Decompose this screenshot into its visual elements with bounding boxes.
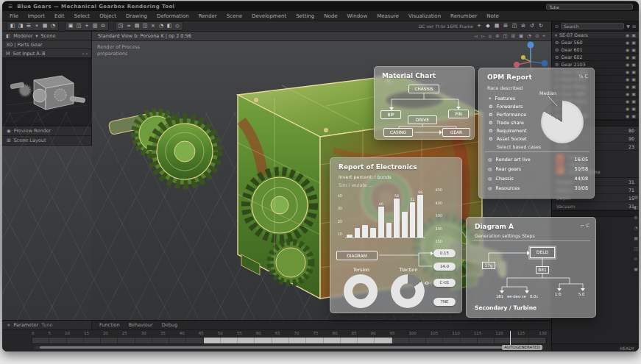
viewport-3d-left[interactable]	[2, 146, 92, 320]
tool-icon-0-5[interactable]: ◔	[50, 23, 56, 29]
eye-icon[interactable]: ◉	[626, 113, 629, 118]
material-chart-panel[interactable]: Material Chart CHASSIS BIP PIN DRIVE CAS…	[374, 66, 475, 140]
outliner-search-input[interactable]: Search	[561, 23, 624, 29]
property-row[interactable]: Vacuum31	[552, 202, 639, 210]
opm-stat-row[interactable]: ◎Render art live16:05	[488, 154, 588, 164]
menu-item-development[interactable]: Development	[252, 13, 286, 19]
toolbar-right-icon-1[interactable]: ◆	[485, 23, 491, 29]
nav-arrows[interactable]: ‹ ›	[82, 51, 88, 57]
timeline-cell[interactable]	[32, 338, 49, 343]
timeline-scrollbar[interactable]	[35, 346, 544, 349]
timeline-cell[interactable]	[392, 338, 409, 343]
tool-icon-2-1[interactable]: ≈	[126, 23, 132, 29]
eye-icon[interactable]: ◉	[626, 62, 629, 67]
timeline-menu-behaviour[interactable]: Behaviour	[129, 322, 153, 328]
menu-item-visualization[interactable]: Visualization	[408, 13, 441, 19]
tool-icon-0-0[interactable]: ◧	[10, 23, 15, 29]
menu-item-node[interactable]: Node	[324, 13, 337, 19]
toolbar-right-icon-0[interactable]: +	[476, 23, 482, 29]
viewport-icon-7[interactable]: ◔	[527, 33, 531, 39]
menu-item-drawing[interactable]: Drawing	[126, 13, 147, 19]
property-tab-icon-2[interactable]: ⚙	[634, 215, 638, 220]
camera-icon[interactable]: ▣	[631, 106, 636, 111]
timeline-cell[interactable]	[461, 338, 478, 343]
tool-icon-2-6[interactable]: ◧	[166, 23, 172, 29]
electronics-report-panel[interactable]: Report of Electronics Invert percent: I …	[330, 157, 462, 313]
tool-icon-1-1[interactable]: ◫	[76, 23, 82, 29]
preview-thumbnail[interactable]	[2, 58, 92, 126]
eye-icon[interactable]: ◉	[626, 69, 629, 74]
toolbar-right-icon-3[interactable]: ⊞	[503, 23, 509, 29]
menu-item-measure[interactable]: Measure	[377, 13, 399, 19]
timeline-cell[interactable]	[529, 338, 546, 343]
node-deld[interactable]: DELD	[530, 247, 555, 258]
timeline-cell[interactable]	[118, 338, 135, 343]
timeline-cell[interactable]	[49, 338, 66, 343]
toolbar-right-icon-7[interactable]: ↻	[538, 23, 544, 29]
outliner-row[interactable]: ⚙Gear 601◉▣	[552, 46, 639, 54]
opm-list-item[interactable]: ⚙Requirement	[489, 126, 542, 135]
opm-list-item[interactable]: ⚙Performance	[489, 110, 542, 118]
new-collection-icon[interactable]: ⊞	[632, 24, 636, 29]
eye-icon[interactable]: ◉	[626, 54, 629, 60]
timeline-cell[interactable]	[358, 338, 375, 343]
timeline-cell[interactable]	[443, 338, 460, 343]
timeline-cell[interactable]	[375, 338, 392, 343]
toolbar-right-icon-2[interactable]: ▦	[494, 23, 500, 29]
eye-icon[interactable]: ◉	[626, 47, 629, 52]
timeline-cell[interactable]	[426, 338, 443, 343]
timeline-cell[interactable]	[289, 338, 306, 343]
opm-stat-row[interactable]: ◎Rear gears50/58	[488, 164, 588, 174]
timeline-cell[interactable]	[409, 338, 426, 343]
camera-icon[interactable]: ▣	[631, 62, 636, 67]
tool-icon-0-2[interactable]: ☰	[26, 23, 32, 29]
viewport-icon-6[interactable]: ▣	[519, 33, 523, 39]
timeline-cell[interactable]	[67, 338, 84, 343]
tool-icon-2-7[interactable]: ◇	[174, 23, 180, 29]
caret-down-icon[interactable]: ▾	[555, 32, 557, 38]
tool-icon-2-0[interactable]: ◳	[118, 23, 124, 29]
tool-icon-1-2[interactable]: +	[84, 23, 90, 29]
eye-icon[interactable]: ◉	[626, 32, 629, 38]
viewport-icon-5[interactable]: ⊞	[511, 33, 515, 39]
menu-item-note[interactable]: Note	[486, 13, 499, 19]
tool-icon-0-4[interactable]: ▦	[42, 23, 48, 29]
node-chassis[interactable]: CHASSIS	[408, 85, 439, 93]
viewport-icon-3[interactable]: ⊕	[495, 33, 499, 39]
opm-list-item[interactable]: ⚙Trade share	[489, 118, 542, 126]
property-tab-icon-3[interactable]: ◔	[634, 225, 638, 230]
timeline-cell[interactable]	[101, 338, 118, 343]
eye-icon[interactable]: ◉	[626, 76, 629, 82]
menu-item-edit[interactable]: Edit	[54, 13, 65, 19]
toolbar-right-icon-6[interactable]: ↺	[529, 23, 535, 29]
timeline-cell[interactable]	[186, 338, 203, 343]
tool-icon-2-3[interactable]: ◫	[142, 23, 148, 29]
timeline-cell[interactable]	[152, 338, 169, 343]
menu-item-deformation[interactable]: Deformation	[157, 13, 189, 19]
eye-icon[interactable]: ◉	[626, 91, 629, 96]
node-bip[interactable]: BIP	[380, 110, 401, 119]
opm-stat-row[interactable]: ◎Chassis44/08	[488, 174, 588, 183]
timeline-cell[interactable]	[204, 338, 221, 343]
filter-icon[interactable]: ▼	[626, 24, 630, 29]
pill-140[interactable]: 14.0	[433, 263, 456, 271]
node-gear[interactable]: GEAR	[442, 128, 470, 137]
timeline-cell[interactable]	[135, 338, 152, 343]
tool-icon-0-1[interactable]: ◨	[18, 23, 24, 29]
camera-icon[interactable]: ▣	[631, 99, 636, 104]
camera-icon[interactable]: ▣	[631, 76, 636, 82]
timeline-menu-function[interactable]: Function	[99, 322, 120, 328]
menu-item-import[interactable]: Import	[28, 13, 45, 19]
camera-icon[interactable]: ▣	[631, 69, 636, 74]
opm-list-item[interactable]: ⚙Asset Socket	[489, 135, 542, 143]
timeline-cell[interactable]	[495, 338, 511, 343]
timeline-cell[interactable]	[272, 338, 289, 343]
viewport-icon-0[interactable]: ◅	[474, 33, 478, 39]
opm-list-item[interactable]: ⌖Features	[489, 94, 542, 102]
timeline-cell[interactable]	[478, 338, 495, 343]
menu-item-renumber[interactable]: Renumber	[450, 13, 477, 19]
camera-icon[interactable]: ▣	[631, 32, 636, 38]
node-casing[interactable]: CASING	[383, 128, 413, 137]
timeline-ruler[interactable]: 0510152025303540455055606570758085909510…	[32, 331, 547, 337]
eye-icon[interactable]: ◉	[626, 84, 629, 89]
